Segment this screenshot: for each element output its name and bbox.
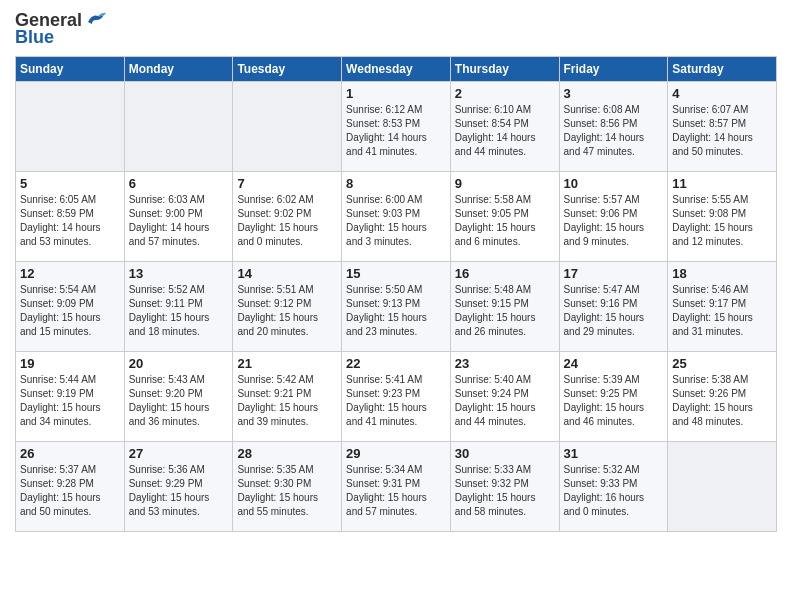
calendar-cell: 16Sunrise: 5:48 AM Sunset: 9:15 PM Dayli… (450, 262, 559, 352)
day-number: 21 (237, 356, 337, 371)
day-number: 15 (346, 266, 446, 281)
header-sunday: Sunday (16, 57, 125, 82)
calendar-cell: 19Sunrise: 5:44 AM Sunset: 9:19 PM Dayli… (16, 352, 125, 442)
day-info: Sunrise: 6:07 AM Sunset: 8:57 PM Dayligh… (672, 103, 772, 159)
day-number: 1 (346, 86, 446, 101)
day-info: Sunrise: 6:03 AM Sunset: 9:00 PM Dayligh… (129, 193, 229, 249)
calendar-cell: 27Sunrise: 5:36 AM Sunset: 9:29 PM Dayli… (124, 442, 233, 532)
day-number: 27 (129, 446, 229, 461)
day-info: Sunrise: 6:00 AM Sunset: 9:03 PM Dayligh… (346, 193, 446, 249)
day-info: Sunrise: 5:57 AM Sunset: 9:06 PM Dayligh… (564, 193, 664, 249)
week-row-0: 1Sunrise: 6:12 AM Sunset: 8:53 PM Daylig… (16, 82, 777, 172)
calendar-cell: 26Sunrise: 5:37 AM Sunset: 9:28 PM Dayli… (16, 442, 125, 532)
calendar-cell: 31Sunrise: 5:32 AM Sunset: 9:33 PM Dayli… (559, 442, 668, 532)
day-info: Sunrise: 5:55 AM Sunset: 9:08 PM Dayligh… (672, 193, 772, 249)
header-saturday: Saturday (668, 57, 777, 82)
day-info: Sunrise: 6:02 AM Sunset: 9:02 PM Dayligh… (237, 193, 337, 249)
day-info: Sunrise: 5:38 AM Sunset: 9:26 PM Dayligh… (672, 373, 772, 429)
calendar-table: SundayMondayTuesdayWednesdayThursdayFrid… (15, 56, 777, 532)
header-row: SundayMondayTuesdayWednesdayThursdayFrid… (16, 57, 777, 82)
calendar-cell: 9Sunrise: 5:58 AM Sunset: 9:05 PM Daylig… (450, 172, 559, 262)
day-info: Sunrise: 5:37 AM Sunset: 9:28 PM Dayligh… (20, 463, 120, 519)
day-info: Sunrise: 5:41 AM Sunset: 9:23 PM Dayligh… (346, 373, 446, 429)
header-thursday: Thursday (450, 57, 559, 82)
day-info: Sunrise: 5:44 AM Sunset: 9:19 PM Dayligh… (20, 373, 120, 429)
calendar-cell: 13Sunrise: 5:52 AM Sunset: 9:11 PM Dayli… (124, 262, 233, 352)
day-number: 30 (455, 446, 555, 461)
day-number: 19 (20, 356, 120, 371)
day-number: 12 (20, 266, 120, 281)
week-row-1: 5Sunrise: 6:05 AM Sunset: 8:59 PM Daylig… (16, 172, 777, 262)
day-number: 8 (346, 176, 446, 191)
day-number: 7 (237, 176, 337, 191)
calendar-cell: 28Sunrise: 5:35 AM Sunset: 9:30 PM Dayli… (233, 442, 342, 532)
header-tuesday: Tuesday (233, 57, 342, 82)
day-number: 31 (564, 446, 664, 461)
week-row-3: 19Sunrise: 5:44 AM Sunset: 9:19 PM Dayli… (16, 352, 777, 442)
day-info: Sunrise: 5:40 AM Sunset: 9:24 PM Dayligh… (455, 373, 555, 429)
day-number: 10 (564, 176, 664, 191)
day-number: 5 (20, 176, 120, 191)
calendar-header: SundayMondayTuesdayWednesdayThursdayFrid… (16, 57, 777, 82)
day-info: Sunrise: 5:46 AM Sunset: 9:17 PM Dayligh… (672, 283, 772, 339)
day-info: Sunrise: 5:51 AM Sunset: 9:12 PM Dayligh… (237, 283, 337, 339)
calendar-cell: 11Sunrise: 5:55 AM Sunset: 9:08 PM Dayli… (668, 172, 777, 262)
logo: General Blue (15, 10, 106, 48)
day-number: 13 (129, 266, 229, 281)
calendar-cell: 30Sunrise: 5:33 AM Sunset: 9:32 PM Dayli… (450, 442, 559, 532)
day-number: 17 (564, 266, 664, 281)
calendar-cell: 20Sunrise: 5:43 AM Sunset: 9:20 PM Dayli… (124, 352, 233, 442)
header: General Blue (15, 10, 777, 48)
day-info: Sunrise: 5:47 AM Sunset: 9:16 PM Dayligh… (564, 283, 664, 339)
calendar-cell: 5Sunrise: 6:05 AM Sunset: 8:59 PM Daylig… (16, 172, 125, 262)
day-info: Sunrise: 5:58 AM Sunset: 9:05 PM Dayligh… (455, 193, 555, 249)
day-info: Sunrise: 5:50 AM Sunset: 9:13 PM Dayligh… (346, 283, 446, 339)
day-number: 20 (129, 356, 229, 371)
day-info: Sunrise: 6:10 AM Sunset: 8:54 PM Dayligh… (455, 103, 555, 159)
header-monday: Monday (124, 57, 233, 82)
day-number: 6 (129, 176, 229, 191)
calendar-cell: 6Sunrise: 6:03 AM Sunset: 9:00 PM Daylig… (124, 172, 233, 262)
logo-bird-icon (84, 12, 106, 30)
day-number: 9 (455, 176, 555, 191)
week-row-4: 26Sunrise: 5:37 AM Sunset: 9:28 PM Dayli… (16, 442, 777, 532)
calendar-cell: 21Sunrise: 5:42 AM Sunset: 9:21 PM Dayli… (233, 352, 342, 442)
calendar-cell: 3Sunrise: 6:08 AM Sunset: 8:56 PM Daylig… (559, 82, 668, 172)
day-number: 25 (672, 356, 772, 371)
calendar-cell: 22Sunrise: 5:41 AM Sunset: 9:23 PM Dayli… (342, 352, 451, 442)
calendar-cell: 4Sunrise: 6:07 AM Sunset: 8:57 PM Daylig… (668, 82, 777, 172)
day-info: Sunrise: 6:08 AM Sunset: 8:56 PM Dayligh… (564, 103, 664, 159)
calendar-cell: 24Sunrise: 5:39 AM Sunset: 9:25 PM Dayli… (559, 352, 668, 442)
day-number: 14 (237, 266, 337, 281)
day-info: Sunrise: 5:33 AM Sunset: 9:32 PM Dayligh… (455, 463, 555, 519)
calendar-cell (668, 442, 777, 532)
day-number: 29 (346, 446, 446, 461)
day-number: 22 (346, 356, 446, 371)
day-number: 11 (672, 176, 772, 191)
day-info: Sunrise: 5:42 AM Sunset: 9:21 PM Dayligh… (237, 373, 337, 429)
header-wednesday: Wednesday (342, 57, 451, 82)
day-info: Sunrise: 5:43 AM Sunset: 9:20 PM Dayligh… (129, 373, 229, 429)
day-info: Sunrise: 5:34 AM Sunset: 9:31 PM Dayligh… (346, 463, 446, 519)
calendar-body: 1Sunrise: 6:12 AM Sunset: 8:53 PM Daylig… (16, 82, 777, 532)
day-info: Sunrise: 5:32 AM Sunset: 9:33 PM Dayligh… (564, 463, 664, 519)
calendar-cell: 8Sunrise: 6:00 AM Sunset: 9:03 PM Daylig… (342, 172, 451, 262)
day-number: 23 (455, 356, 555, 371)
day-number: 16 (455, 266, 555, 281)
day-info: Sunrise: 5:39 AM Sunset: 9:25 PM Dayligh… (564, 373, 664, 429)
day-number: 4 (672, 86, 772, 101)
calendar-cell: 2Sunrise: 6:10 AM Sunset: 8:54 PM Daylig… (450, 82, 559, 172)
calendar-cell: 23Sunrise: 5:40 AM Sunset: 9:24 PM Dayli… (450, 352, 559, 442)
calendar-cell: 18Sunrise: 5:46 AM Sunset: 9:17 PM Dayli… (668, 262, 777, 352)
day-number: 3 (564, 86, 664, 101)
day-number: 2 (455, 86, 555, 101)
calendar-cell: 14Sunrise: 5:51 AM Sunset: 9:12 PM Dayli… (233, 262, 342, 352)
calendar-cell (233, 82, 342, 172)
day-info: Sunrise: 5:52 AM Sunset: 9:11 PM Dayligh… (129, 283, 229, 339)
calendar-cell (124, 82, 233, 172)
day-number: 28 (237, 446, 337, 461)
logo-blue-text: Blue (15, 27, 54, 48)
day-info: Sunrise: 5:35 AM Sunset: 9:30 PM Dayligh… (237, 463, 337, 519)
day-info: Sunrise: 5:54 AM Sunset: 9:09 PM Dayligh… (20, 283, 120, 339)
day-info: Sunrise: 5:48 AM Sunset: 9:15 PM Dayligh… (455, 283, 555, 339)
